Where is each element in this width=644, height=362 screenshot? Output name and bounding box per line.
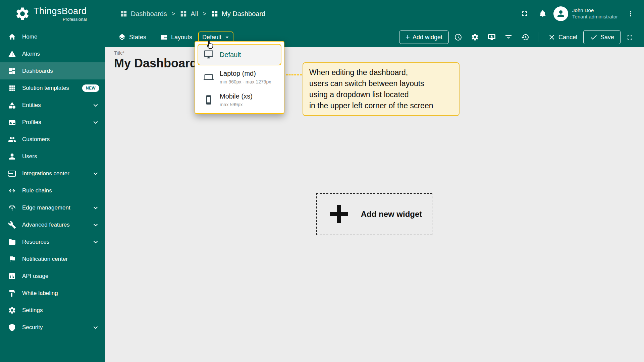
layouts-button[interactable]: Layouts [157,31,196,44]
breadcrumb-my-dashboard[interactable]: My Dashboard [211,10,265,18]
sidebar-item-resources[interactable]: Resources [0,233,105,250]
sidebar-item-integrations-center[interactable]: Integrations center [0,165,105,182]
gear-icon [8,306,16,314]
chevron-down-icon [92,119,99,126]
sidebar-item-white-labeling[interactable]: White labeling [0,285,105,302]
chevron-down-icon [92,170,99,177]
sidebar-item-label: Notification center [22,256,68,262]
sidebar-item-dashboards[interactable]: Dashboards [0,62,105,79]
toolbar-right-actions: + Add widget Cancel Save [399,30,637,45]
bell-icon [539,10,547,18]
toolbar-divider [153,32,153,42]
layout-option-laptop[interactable]: Laptop (md) min 960px - max 1279px [198,65,281,88]
monitor-chart-icon [488,33,496,41]
sidebar-item-label: Advanced features [22,222,70,228]
sidebar-item-rule-chains[interactable]: Rule chains [0,182,105,199]
manage-layouts-button[interactable] [484,30,499,45]
breadcrumb-separator: > [203,10,207,17]
layout-option-description: min 960px - max 1279px [220,79,271,84]
folder-icon [8,238,16,246]
toolbar-fullscreen-button[interactable] [623,30,637,45]
cancel-label: Cancel [558,34,577,41]
chevron-down-icon [92,204,99,212]
sidebar-item-label: Security [22,324,43,331]
dashboards-icon [8,67,16,75]
sidebar-item-customers[interactable]: Customers [0,131,105,148]
sidebar-item-home[interactable]: Home [0,28,105,45]
clock-icon [454,33,462,41]
fullscreen-icon [626,33,634,41]
sidebar-item-entities[interactable]: Entities [0,97,105,114]
sidebar-item-api-usage[interactable]: API usage [0,267,105,285]
layout-option-label: Default [220,51,241,59]
header-actions: John Doe Tenant administrator [517,6,644,21]
sidebar-item-label: Resources [22,239,49,245]
layout-selected-value: Default [202,34,221,41]
app-edition: Professional [63,17,87,22]
breadcrumb-dashboards[interactable]: Dashboards [120,10,167,18]
sidebar-item-settings[interactable]: Settings [0,302,105,319]
user-info: John Doe Tenant administrator [572,7,618,20]
people-icon [8,135,16,143]
close-icon [548,33,556,41]
layers-icon [118,33,126,41]
sidebar-item-label: Profiles [22,119,41,126]
user-avatar[interactable] [553,6,568,21]
sidebar-item-label: Solution templates [22,85,69,92]
annotation-tooltip: When editing the dashboard, users can sw… [303,62,460,116]
sidebar-item-security[interactable]: Security [0,319,105,336]
top-header: ThingsBoard Professional Dashboards > Al… [0,0,644,27]
breadcrumb-all[interactable]: All [180,10,198,18]
app-logo[interactable]: ThingsBoard Professional [0,6,105,22]
breadcrumb-label: All [191,10,198,18]
chevron-down-icon [92,238,99,246]
sidebar-item-label: API usage [22,273,48,280]
notifications-button[interactable] [535,6,550,21]
sidebar-item-label: Dashboards [22,68,53,74]
states-button[interactable]: States [115,31,150,44]
title-field-label: Title* [114,50,644,56]
save-label: Save [600,34,614,41]
states-label: States [129,34,146,41]
dashboard-settings-button[interactable] [468,30,482,45]
sidebar-item-label: Rule chains [22,187,52,194]
app-name: ThingsBoard [34,6,87,16]
sidebar-item-label: Alarms [22,51,40,57]
sidebar-item-notification-center[interactable]: Notification center [0,250,105,267]
layout-option-mobile[interactable]: Mobile (xs) max 599px [198,88,281,111]
more-menu-button[interactable] [623,6,638,21]
edge-antenna-icon [8,204,16,212]
sidebar-item-advanced-features[interactable]: Advanced features [0,216,105,233]
sidebar-item-alarms[interactable]: Alarms [0,45,105,62]
bar-chart-icon [8,272,16,280]
paint-icon [8,289,16,297]
shield-icon [8,323,16,331]
gear-icon [471,33,479,41]
save-button[interactable]: Save [583,30,621,44]
sidebar-nav: Home Alarms Dashboards Solution template… [0,27,105,362]
sidebar-item-solution-templates[interactable]: Solution templates NEW [0,79,105,97]
sidebar-item-profiles[interactable]: Profiles [0,114,105,131]
filter-button[interactable] [501,30,516,45]
sidebar-item-label: Integrations center [22,170,69,177]
breadcrumb-label: My Dashboard [222,10,265,18]
sidebar-item-edge-management[interactable]: Edge management [0,199,105,216]
annotation-line: in the upper left corner of the screen [309,100,453,111]
add-widget-label: Add widget [413,34,442,41]
sidebar-item-label: Entities [22,102,41,109]
version-history-button[interactable] [518,30,533,45]
warning-icon [8,50,16,58]
time-window-button[interactable] [451,30,466,45]
sidebar-item-users[interactable]: Users [0,148,105,165]
user-role: Tenant administrator [572,14,618,20]
layout-option-text: Laptop (md) min 960px - max 1279px [220,70,271,84]
add-widget-button[interactable]: + Add widget [399,31,449,44]
grid-icon [180,10,187,17]
breadcrumb: Dashboards > All > My Dashboard [105,10,265,18]
dashboard-toolbar: States Layouts Default + Add widget [105,27,644,47]
fullscreen-button[interactable] [517,6,532,21]
add-new-widget-dropzone[interactable]: Add new widget [316,193,432,235]
breadcrumb-separator: > [172,10,175,17]
cancel-button[interactable]: Cancel [544,31,581,44]
layout-option-default[interactable]: Default [198,44,281,65]
